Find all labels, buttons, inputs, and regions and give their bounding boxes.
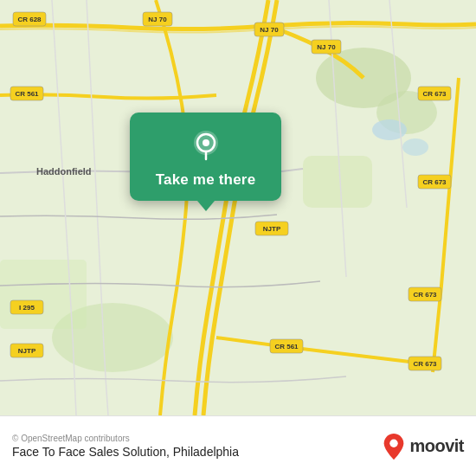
svg-rect-5	[0, 260, 87, 329]
svg-text:CR 673: CR 673	[422, 90, 447, 98]
take-me-there-button[interactable]: Take me there	[130, 113, 281, 201]
svg-text:CR 673: CR 673	[422, 178, 447, 186]
osm-attribution: © OpenStreetMap contributors	[12, 434, 373, 443]
place-name: Face To Face Sales Solution, Philadelphi…	[12, 445, 373, 459]
svg-text:NJ 70: NJ 70	[317, 43, 336, 51]
svg-rect-3	[303, 156, 372, 208]
location-pin-icon	[189, 128, 223, 163]
svg-text:CR 561: CR 561	[15, 90, 39, 98]
svg-text:NJ 70: NJ 70	[260, 26, 279, 34]
footer-bar: © OpenStreetMap contributors Face To Fac…	[0, 415, 476, 476]
svg-point-6	[372, 119, 407, 140]
svg-point-39	[390, 439, 398, 447]
svg-text:NJTP: NJTP	[263, 225, 281, 233]
svg-text:CR 561: CR 561	[274, 343, 299, 351]
svg-text:Haddonfield: Haddonfield	[36, 166, 92, 177]
svg-text:CR 673: CR 673	[413, 291, 437, 299]
svg-text:CR 673: CR 673	[413, 360, 437, 368]
svg-point-37	[203, 139, 209, 146]
moovit-brand-text: moovit	[409, 436, 464, 456]
svg-text:CR 628: CR 628	[17, 16, 42, 23]
popup-label: Take me there	[156, 171, 256, 189]
moovit-logo: moovit	[382, 432, 464, 461]
map-background: CR 628 NJ 70 NJ 70 NJ 70 CR 561 CR 673 C…	[0, 0, 476, 415]
map-container: CR 628 NJ 70 NJ 70 NJ 70 CR 561 CR 673 C…	[0, 0, 476, 415]
svg-text:I 295: I 295	[19, 304, 35, 312]
svg-text:NJ 70: NJ 70	[148, 16, 167, 23]
footer-text-block: © OpenStreetMap contributors Face To Fac…	[12, 434, 373, 459]
moovit-pin-icon	[382, 432, 406, 461]
svg-text:NJTP: NJTP	[18, 347, 36, 355]
svg-point-7	[402, 138, 428, 156]
